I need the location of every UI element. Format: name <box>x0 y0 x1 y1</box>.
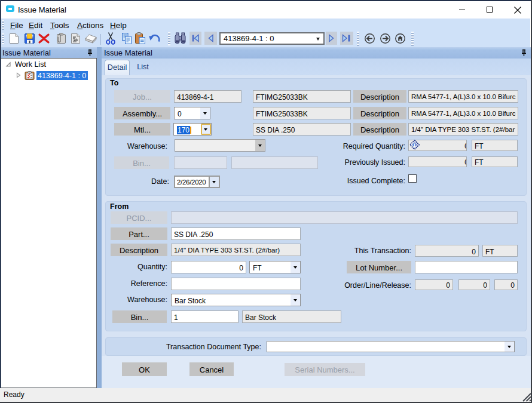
svg-text:i: i <box>414 141 415 148</box>
